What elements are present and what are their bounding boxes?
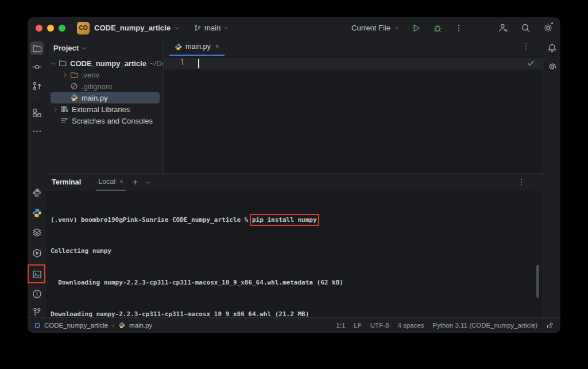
terminal-output[interactable]: (.venv) boombro190@Pink-Sunrise CODE_num… — [46, 191, 543, 317]
more-actions-button[interactable] — [453, 22, 465, 34]
current-line-highlight — [164, 58, 543, 70]
notifications-bell-icon — [547, 43, 557, 53]
code-with-me-icon — [498, 23, 508, 33]
ignored-file-icon — [69, 82, 79, 91]
debug-bug-icon — [433, 24, 442, 33]
version-control-icon — [32, 308, 42, 317]
run-configuration-selector[interactable]: Current File — [351, 24, 400, 32]
terminal-tab-dropdown-button[interactable] — [145, 179, 151, 186]
kebab-menu-icon — [522, 43, 530, 51]
chevron-down-icon — [394, 25, 400, 31]
services-tool-button[interactable] — [30, 225, 44, 239]
chevron-right-icon[interactable] — [51, 105, 60, 114]
editor-options-button[interactable] — [522, 43, 530, 51]
terminal-tab-local[interactable]: Local × — [96, 174, 126, 191]
zoom-window-button[interactable] — [59, 25, 65, 32]
breadcrumb-file[interactable]: main.py — [129, 322, 152, 329]
services-icon — [32, 228, 42, 237]
terminal-header: Terminal Local × + — [46, 174, 543, 191]
tree-label: main.py — [82, 94, 108, 102]
terminal-line: Collecting numpy — [51, 246, 543, 256]
code-with-me-button[interactable] — [497, 22, 509, 34]
notifications-button[interactable] — [545, 41, 559, 55]
tree-row-gitignore[interactable]: .gitignore — [46, 80, 163, 92]
new-terminal-tab-button[interactable]: + — [133, 177, 138, 187]
tree-row-mainpy[interactable]: main.py — [46, 92, 163, 103]
chevron-down-icon — [82, 45, 87, 51]
structure-tool-button[interactable] — [30, 106, 44, 120]
line-ending-widget[interactable]: LF — [354, 322, 361, 329]
close-icon[interactable]: × — [119, 178, 123, 186]
tab-label: Local — [98, 178, 115, 186]
search-icon — [521, 23, 531, 33]
project-tree: CODE_numpy_article ~/Documen .venv — [46, 57, 163, 126]
breadcrumb: CODE_numpy_article › main.py — [34, 322, 152, 329]
chevron-down-icon — [174, 25, 180, 31]
caret-position-widget[interactable]: 1:1 — [336, 322, 345, 329]
terminal-line: Downloading numpy-2.2.3-cp311-cp311-maco… — [51, 278, 543, 288]
project-tool-button[interactable] — [30, 41, 44, 55]
debug-button[interactable] — [432, 22, 443, 34]
chevron-right-icon[interactable] — [60, 70, 69, 79]
chevron-down-icon — [223, 25, 229, 31]
python-console-tool-button[interactable] — [30, 206, 44, 220]
terminal-title[interactable]: Terminal — [52, 178, 81, 186]
close-window-button[interactable] — [36, 25, 42, 32]
minimize-window-button[interactable] — [47, 25, 54, 32]
project-folder-icon — [32, 44, 42, 53]
module-icon — [34, 322, 40, 328]
kebab-menu-icon — [517, 178, 525, 186]
left-tool-strip — [28, 39, 46, 317]
library-icon — [60, 105, 69, 114]
branch-selector[interactable]: main — [194, 24, 229, 32]
chevron-down-icon[interactable] — [49, 59, 58, 68]
ai-assistant-button[interactable] — [545, 60, 559, 74]
editor-body[interactable]: 1 — [164, 56, 543, 173]
tree-label: .venv — [82, 71, 99, 79]
python-file-icon — [118, 322, 125, 329]
structure-icon — [32, 108, 42, 118]
inspections-widget[interactable] — [527, 59, 535, 67]
project-panel-header[interactable]: Project — [46, 39, 163, 57]
ai-assistant-icon — [547, 62, 557, 72]
tab-label: main.py — [185, 43, 211, 51]
strip-divider — [32, 98, 42, 98]
more-tool-windows-button[interactable] — [30, 124, 44, 138]
settings-button[interactable] — [542, 22, 554, 34]
tree-label: Scratches and Consoles — [72, 117, 153, 125]
chevron-right-icon: › — [112, 322, 114, 329]
settings-notification-dot — [550, 21, 554, 25]
tree-row-project-root[interactable]: CODE_numpy_article ~/Documen — [46, 57, 163, 69]
python-interpreter-widget[interactable]: Python 3.11 (CODE_numpy_article) — [432, 322, 537, 329]
git-tool-button[interactable] — [30, 79, 44, 93]
text-caret — [198, 59, 199, 68]
indent-widget[interactable]: 4 spaces — [397, 322, 424, 329]
git-update-icon — [32, 81, 42, 91]
python-console-icon — [32, 208, 42, 218]
search-everywhere-button[interactable] — [520, 22, 531, 34]
readonly-lock-button[interactable] — [546, 322, 554, 329]
branch-name: main — [204, 24, 220, 32]
editor-tab-mainpy[interactable]: main.py × — [169, 39, 225, 56]
breadcrumb-project[interactable]: CODE_numpy_article — [44, 322, 108, 329]
run-button[interactable] — [411, 22, 422, 34]
tree-row-external-libraries[interactable]: External Libraries — [46, 103, 163, 115]
commit-tool-button[interactable] — [30, 60, 44, 74]
run-tool-button[interactable] — [30, 246, 44, 260]
selected-row-highlight: main.py — [51, 92, 160, 103]
project-selector[interactable]: CODE_numpy_article — [94, 24, 180, 32]
unlocked-padlock-icon — [546, 322, 554, 329]
encoding-widget[interactable]: UTF-8 — [370, 322, 389, 329]
project-name: CODE_numpy_article — [94, 24, 171, 32]
terminal-options-button[interactable] — [517, 178, 525, 186]
editor-tab-bar: main.py × — [164, 39, 543, 56]
editor: main.py × 1 — [164, 39, 543, 173]
run-play-icon — [412, 24, 421, 33]
tree-row-scratches[interactable]: Scratches and Consoles — [46, 115, 163, 126]
close-icon[interactable]: × — [215, 43, 219, 51]
tree-row-venv[interactable]: .venv — [46, 69, 163, 80]
terminal-scrollbar[interactable] — [536, 265, 539, 298]
tree-path: ~/Documen — [150, 59, 163, 68]
python-packages-tool-button[interactable] — [30, 186, 44, 199]
problems-tool-button[interactable] — [30, 287, 44, 301]
